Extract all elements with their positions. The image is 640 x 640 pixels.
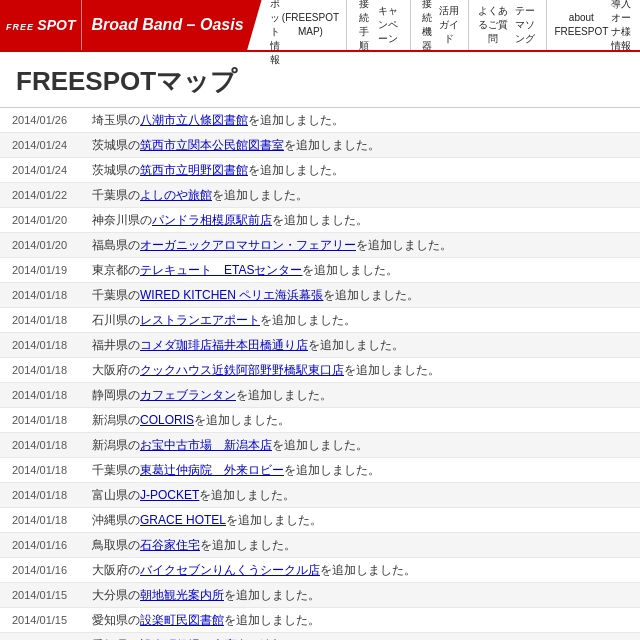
news-link[interactable]: 設楽町民図書館 — [140, 613, 224, 627]
news-row: 2014/01/18福井県のコメダ珈琲店福井本田橋通り店を追加しました。 — [0, 333, 640, 358]
header: FREE SPOT Broad Band – Oasis スポット情報 (FRE… — [0, 0, 640, 52]
news-text: 新潟県のお宝中古市場 新潟本店を追加しました。 — [92, 436, 628, 454]
news-row: 2014/01/18静岡県のカフェブランタンを追加しました。 — [0, 383, 640, 408]
news-link[interactable]: 筑西市立明野図書館 — [140, 163, 248, 177]
news-link[interactable]: 東葛辻仲病院 外来ロビー — [140, 463, 284, 477]
news-text: 千葉県の東葛辻仲病院 外来ロビーを追加しました。 — [92, 461, 628, 479]
brand-label: Broad Band – Oasis — [91, 16, 243, 34]
news-date: 2014/01/24 — [12, 164, 92, 176]
news-text: 茨城県の筑西市立明野図書館を追加しました。 — [92, 161, 628, 179]
news-date: 2014/01/18 — [12, 289, 92, 301]
news-link[interactable]: パンドラ相模原駅前店 — [152, 213, 272, 227]
news-row: 2014/01/19東京都のテレキュート ETASセンターを追加しました。 — [0, 258, 640, 283]
news-date: 2014/01/24 — [12, 139, 92, 151]
news-text: 埼玉県の八潮市立八條図書館を追加しました。 — [92, 111, 628, 129]
news-link[interactable]: J-POCKET — [140, 488, 199, 502]
news-link[interactable]: カフェブランタン — [140, 388, 236, 402]
news-date: 2014/01/18 — [12, 439, 92, 451]
nav-connection[interactable]: 接続手順 キャンペーン — [346, 0, 410, 50]
news-text: 神奈川県のパンドラ相模原駅前店を追加しました。 — [92, 211, 628, 229]
news-text: 富山県のJ-POCKETを追加しました。 — [92, 486, 628, 504]
news-link[interactable]: レストランエアポート — [140, 313, 260, 327]
news-link[interactable]: よしのや旅館 — [140, 188, 212, 202]
news-text: 大阪府のバイクセブンりんくうシークル店を追加しました。 — [92, 561, 628, 579]
news-link[interactable]: お宝中古市場 新潟本店 — [140, 438, 272, 452]
news-text: 石川県のレストランエアポートを追加しました。 — [92, 311, 628, 329]
nav-faq[interactable]: よくあるご質問 テーマソング — [468, 0, 546, 50]
news-row: 2014/01/22千葉県のよしのや旅館を追加しました。 — [0, 183, 640, 208]
news-row: 2014/01/15大分県の朝地観光案内所を追加しました。 — [0, 583, 640, 608]
news-date: 2014/01/18 — [12, 389, 92, 401]
news-text: 愛知県の設楽町民図書館を追加しました。 — [92, 611, 628, 629]
logo-spot-text: SPOT — [37, 17, 75, 33]
news-date: 2014/01/18 — [12, 489, 92, 501]
news-date: 2014/01/18 — [12, 364, 92, 376]
logo-block: FREE SPOT — [0, 0, 81, 50]
news-date: 2014/01/26 — [12, 114, 92, 126]
news-text: 千葉県のWIRED KITCHEN ペリエ海浜幕張を追加しました。 — [92, 286, 628, 304]
news-link[interactable]: 八潮市立八條図書館 — [140, 113, 248, 127]
news-date: 2014/01/20 — [12, 214, 92, 226]
news-date: 2014/01/16 — [12, 539, 92, 551]
news-date: 2014/01/18 — [12, 339, 92, 351]
news-row: 2014/01/24茨城県の筑西市立関本公民館図書室を追加しました。 — [0, 133, 640, 158]
news-text: 愛知県の設楽町役場 本庁舎を追加しました。 — [92, 636, 628, 640]
news-link[interactable]: コメダ珈琲店福井本田橋通り店 — [140, 338, 308, 352]
news-row: 2014/01/18千葉県の東葛辻仲病院 外来ロビーを追加しました。 — [0, 458, 640, 483]
news-row: 2014/01/18千葉県のWIRED KITCHEN ペリエ海浜幕張を追加しま… — [0, 283, 640, 308]
news-date: 2014/01/15 — [12, 589, 92, 601]
news-text: 東京都のテレキュート ETASセンターを追加しました。 — [92, 261, 628, 279]
page-title-area: FREESPOTマップ — [0, 52, 640, 108]
news-link[interactable]: COLORIS — [140, 413, 194, 427]
news-text: 沖縄県のGRACE HOTELを追加しました。 — [92, 511, 628, 529]
news-row: 2014/01/16鳥取県の石谷家住宅を追加しました。 — [0, 533, 640, 558]
news-row: 2014/01/14愛知県の設楽町役場 本庁舎を追加しました。 — [0, 633, 640, 640]
nav-about[interactable]: about FREESPOT 導入オーナ様情報 — [546, 0, 640, 50]
news-row: 2014/01/18大阪府のクックハウス近鉄阿部野野橋駅東口店を追加しました。 — [0, 358, 640, 383]
news-text: 福島県のオーガニックアロマサロン・フェアリーを追加しました。 — [92, 236, 628, 254]
news-text: 大阪府のクックハウス近鉄阿部野野橋駅東口店を追加しました。 — [92, 361, 628, 379]
news-link[interactable]: GRACE HOTEL — [140, 513, 226, 527]
news-link[interactable]: 石谷家住宅 — [140, 538, 200, 552]
news-link[interactable]: テレキュート ETASセンター — [140, 263, 302, 277]
news-row: 2014/01/18新潟県のCOLORISを追加しました。 — [0, 408, 640, 433]
news-row: 2014/01/16大阪府のバイクセブンりんくうシークル店を追加しました。 — [0, 558, 640, 583]
news-date: 2014/01/18 — [12, 514, 92, 526]
news-date: 2014/01/16 — [12, 564, 92, 576]
news-row: 2014/01/20神奈川県のパンドラ相模原駅前店を追加しました。 — [0, 208, 640, 233]
news-text: 鳥取県の石谷家住宅を追加しました。 — [92, 536, 628, 554]
news-text: 静岡県のカフェブランタンを追加しました。 — [92, 386, 628, 404]
news-date: 2014/01/18 — [12, 314, 92, 326]
news-row: 2014/01/24茨城県の筑西市立明野図書館を追加しました。 — [0, 158, 640, 183]
news-link[interactable]: オーガニックアロマサロン・フェアリー — [140, 238, 356, 252]
page-title: FREESPOTマップ — [16, 64, 624, 99]
news-link[interactable]: バイクセブンりんくうシークル店 — [140, 563, 320, 577]
nav-devices[interactable]: 接続機器 活用ガイド — [410, 0, 469, 50]
news-row: 2014/01/18沖縄県のGRACE HOTELを追加しました。 — [0, 508, 640, 533]
news-text: 千葉県のよしのや旅館を追加しました。 — [92, 186, 628, 204]
news-row: 2014/01/18石川県のレストランエアポートを追加しました。 — [0, 308, 640, 333]
news-text: 大分県の朝地観光案内所を追加しました。 — [92, 586, 628, 604]
brand-block: Broad Band – Oasis — [81, 0, 261, 50]
news-link[interactable]: クックハウス近鉄阿部野野橋駅東口店 — [140, 363, 344, 377]
news-row: 2014/01/26埼玉県の八潮市立八條図書館を追加しました。 — [0, 108, 640, 133]
news-link[interactable]: WIRED KITCHEN ペリエ海浜幕張 — [140, 288, 323, 302]
news-link[interactable]: 筑西市立関本公民館図書室 — [140, 138, 284, 152]
news-date: 2014/01/19 — [12, 264, 92, 276]
news-date: 2014/01/18 — [12, 464, 92, 476]
nav-spot-info[interactable]: スポット情報 (FREESPOT MAP) — [262, 0, 346, 50]
news-link[interactable]: 朝地観光案内所 — [140, 588, 224, 602]
news-text: 新潟県のCOLORISを追加しました。 — [92, 411, 628, 429]
news-row: 2014/01/18新潟県のお宝中古市場 新潟本店を追加しました。 — [0, 433, 640, 458]
news-row: 2014/01/20福島県のオーガニックアロマサロン・フェアリーを追加しました。 — [0, 233, 640, 258]
news-row: 2014/01/15愛知県の設楽町民図書館を追加しました。 — [0, 608, 640, 633]
news-date: 2014/01/20 — [12, 239, 92, 251]
news-list: 2014/01/26埼玉県の八潮市立八條図書館を追加しました。2014/01/2… — [0, 108, 640, 640]
logo-free-text: FREE — [6, 22, 34, 32]
freespot-logo: FREE SPOT — [6, 17, 75, 33]
news-date: 2014/01/15 — [12, 614, 92, 626]
news-date: 2014/01/22 — [12, 189, 92, 201]
news-text: 福井県のコメダ珈琲店福井本田橋通り店を追加しました。 — [92, 336, 628, 354]
nav-bar: スポット情報 (FREESPOT MAP) 接続手順 キャンペーン 接続機器 活… — [262, 0, 640, 50]
news-text: 茨城県の筑西市立関本公民館図書室を追加しました。 — [92, 136, 628, 154]
